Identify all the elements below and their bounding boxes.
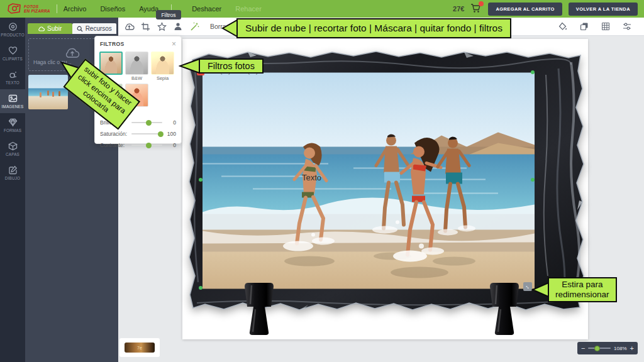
easel-stand-left	[243, 283, 275, 336]
settings-sliders-icon[interactable]	[619, 19, 635, 33]
topbar: FOTOS EN PIZARRA Archivo Diseños Ayuda D…	[0, 0, 644, 18]
images-icon	[8, 94, 18, 103]
topbar-divider	[57, 4, 57, 13]
remove-background-icon[interactable]	[170, 19, 186, 33]
sidebar: PRODUCTO CLIPARTS TEXTO IMAGENES	[0, 18, 25, 362]
product-icon	[8, 22, 18, 31]
cloud-upload-icon[interactable]	[121, 19, 137, 33]
zoom-slider[interactable]	[588, 348, 611, 349]
filter-preview	[125, 52, 148, 75]
brillo-slider-track[interactable]	[131, 122, 162, 123]
canvas-photo[interactable]: Texto	[203, 72, 535, 289]
canvas-text-element[interactable]: Texto	[302, 173, 321, 182]
draw-icon	[8, 165, 18, 175]
cart-badge	[479, 1, 484, 6]
duplicate-icon[interactable]	[576, 19, 592, 33]
selection-handle-right[interactable]	[531, 178, 535, 182]
resize-handle[interactable]: ↔	[523, 282, 532, 291]
sidebar-item-imagenes[interactable]: IMAGENES	[0, 89, 25, 113]
beach-photo	[203, 72, 535, 289]
filters-wand-icon[interactable]	[186, 19, 203, 33]
brand-logo-icon	[8, 3, 21, 14]
text-icon	[8, 70, 18, 79]
swatch-container: 7e	[119, 338, 160, 357]
brand-logo[interactable]: FOTOS EN PIZARRA	[8, 3, 50, 14]
contraste-slider-track[interactable]	[131, 145, 162, 146]
shapes-icon	[8, 118, 18, 127]
zoom-in-button[interactable]: +	[630, 345, 634, 352]
sidebar-item-capas[interactable]: CAPAS	[0, 137, 25, 161]
app-root: FOTOS EN PIZARRA Archivo Diseños Ayuda D…	[0, 0, 644, 362]
annotation-arrow-left-icon	[221, 18, 238, 38]
tab-recursos[interactable]: Recursos	[72, 23, 117, 34]
brillo-slider-knob[interactable]	[146, 120, 152, 126]
sidebar-item-producto[interactable]: PRODUCTO	[0, 18, 25, 41]
menu-disenos[interactable]: Diseños	[100, 5, 125, 13]
annotation-filters-note: Filtros fotos	[179, 57, 264, 75]
menu-archivo[interactable]: Archivo	[64, 5, 87, 13]
price-label: 27€	[453, 5, 464, 13]
add-to-cart-button[interactable]: AGREGAR AL CARRITO	[488, 3, 562, 16]
contraste-slider-knob[interactable]	[146, 143, 152, 148]
heart-icon	[8, 46, 18, 55]
filters-popup-title: FILTROS	[100, 41, 125, 47]
layers-icon	[8, 141, 18, 151]
search-icon	[77, 26, 83, 32]
zoom-control: − 108% +	[577, 342, 638, 354]
filter-thumb-sepia[interactable]: Sepia	[151, 52, 174, 81]
selection-handle-bottom-left[interactable]	[199, 286, 203, 290]
fill-color-icon[interactable]	[555, 19, 571, 33]
brand-logo-text: FOTOS EN PIZARRA	[24, 4, 50, 13]
selection-handle-top-right[interactable]	[531, 70, 535, 74]
zoom-slider-knob[interactable]	[594, 346, 600, 351]
redo-button[interactable]: Rehacer	[235, 5, 262, 13]
filter-thumb-bw[interactable]: B&W	[125, 52, 148, 81]
selection-handle-left[interactable]	[199, 178, 203, 182]
grid-icon[interactable]	[597, 19, 614, 33]
resize-arrows-icon: ↔	[523, 282, 531, 290]
annotation-resize-note: Estira para redimensionar	[531, 277, 617, 302]
color-swatch[interactable]: 7e	[125, 343, 155, 353]
sidebar-item-formas[interactable]: FORMAS	[0, 113, 25, 137]
crop-icon[interactable]	[137, 19, 153, 33]
slider-saturacion: Saturación: 100	[100, 128, 176, 140]
tab-subir[interactable]: Subir	[28, 23, 72, 34]
filter-preview	[151, 52, 174, 75]
easel-stand-right	[488, 283, 521, 336]
sidebar-item-dibujo[interactable]: DIBUJO	[0, 161, 25, 185]
zoom-value: 108%	[614, 346, 626, 351]
cart-button[interactable]	[470, 4, 482, 14]
filtros-tooltip: Filtros	[156, 10, 181, 19]
annotation-arrow-left-icon	[531, 280, 549, 299]
upload-cloud-icon	[38, 26, 45, 31]
back-to-store-button[interactable]: VOLVER A LA TIENDA	[569, 3, 638, 16]
filter-preview	[99, 52, 123, 75]
sidebar-item-texto[interactable]: TEXTO	[0, 65, 25, 89]
mask-star-icon[interactable]	[153, 19, 170, 33]
close-icon[interactable]: ×	[172, 40, 176, 48]
slider-contraste: Contraste: 0	[100, 140, 176, 151]
sidebar-item-cliparts[interactable]: CLIPARTS	[0, 41, 25, 65]
annotation-toolbar-note: Subir de nube | recortar foto | Máscara …	[221, 18, 511, 38]
annotation-arrow-left-icon	[179, 57, 200, 75]
saturacion-slider-track[interactable]	[131, 133, 162, 134]
zoom-out-button[interactable]: −	[581, 345, 585, 352]
undo-button[interactable]: Deshacer	[192, 5, 221, 13]
saturacion-slider-knob[interactable]	[158, 131, 164, 137]
